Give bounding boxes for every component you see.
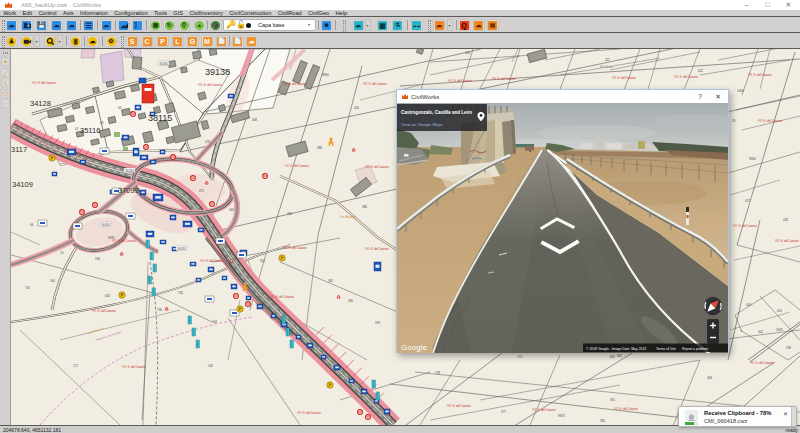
svg-text:N-630: N-630 <box>159 62 168 66</box>
svg-text:®O. G. del Catastro: ®O. G. del Catastro <box>614 407 638 411</box>
svg-text:386: 386 <box>317 146 322 150</box>
svg-text:®O. G. del Catastro: ®O. G. del Catastro <box>492 77 516 81</box>
svg-text:26: 26 <box>732 119 736 123</box>
svg-text:540: 540 <box>50 279 55 283</box>
svg-text:06: 06 <box>30 223 34 227</box>
svg-text:35116: 35116 <box>80 126 100 135</box>
svg-text:9923: 9923 <box>558 414 565 418</box>
svg-text:®O. G. del Catastro: ®O. G. del Catastro <box>363 82 387 86</box>
svg-text:01: 01 <box>75 127 79 131</box>
svg-text:470: 470 <box>205 140 210 144</box>
svg-text:E92: E92 <box>518 355 523 359</box>
svg-text:352: 352 <box>260 259 265 263</box>
svg-text:379: 379 <box>375 321 380 325</box>
svg-text:®O. G. del Catastro: ®O. G. del Catastro <box>92 309 116 313</box>
svg-text:9632: 9632 <box>108 236 115 240</box>
svg-text:®O. G. del Catastro: ®O. G. del Catastro <box>198 83 222 87</box>
svg-text:380: 380 <box>348 299 353 303</box>
svg-text:644: 644 <box>212 320 217 324</box>
svg-text:377: 377 <box>501 410 506 414</box>
svg-text:®O. G. del Catastro: ®O. G. del Catastro <box>200 259 224 263</box>
svg-text:484: 484 <box>707 376 712 380</box>
svg-text:®O. G. del Catastro: ®O. G. del Catastro <box>365 165 389 169</box>
svg-text:View on Google Maps: View on Google Maps <box>401 122 443 127</box>
svg-text:37099: 37099 <box>118 186 139 195</box>
svg-text:682: 682 <box>617 354 622 358</box>
svg-text:471: 471 <box>199 189 204 193</box>
svg-text:9934: 9934 <box>749 157 756 161</box>
svg-text:363: 363 <box>229 208 234 212</box>
svg-text:N-630: N-630 <box>177 247 186 251</box>
svg-text:421: 421 <box>605 58 610 62</box>
svg-text:®O. G. del Catastro: ®O. G. del Catastro <box>674 75 698 79</box>
svg-text:392: 392 <box>600 419 605 423</box>
svg-text:13: 13 <box>60 251 64 255</box>
svg-text:N-630: N-630 <box>101 223 110 227</box>
svg-text:728: 728 <box>435 371 440 375</box>
svg-text:Los Majuelos: Los Majuelos <box>340 215 357 219</box>
svg-text:1606: 1606 <box>737 89 744 93</box>
svg-text:®O. G. del Catastro: ®O. G. del Catastro <box>297 411 321 415</box>
svg-text:642: 642 <box>105 294 110 298</box>
svg-text:®O. G. del Catastro: ®O. G. del Catastro <box>285 164 309 168</box>
svg-text:®O. G. del Catastro: ®O. G. del Catastro <box>532 408 556 412</box>
svg-text:Terms of Use: Terms of Use <box>656 347 676 351</box>
svg-text:04: 04 <box>118 106 122 110</box>
svg-text:403: 403 <box>746 303 751 307</box>
svg-text:530: 530 <box>95 257 100 261</box>
svg-text:39138: 39138 <box>205 67 230 77</box>
svg-text:N-630: N-630 <box>125 169 134 173</box>
svg-text:419: 419 <box>465 51 470 55</box>
svg-text:®O. G. del Catastro: ®O. G. del Catastro <box>32 81 56 85</box>
svg-text:Castrogonzalo, Castille and Le: Castrogonzalo, Castille and León <box>401 110 472 115</box>
svg-text:03: 03 <box>100 121 104 125</box>
svg-text:692: 692 <box>610 355 615 359</box>
svg-text:428: 428 <box>783 218 788 222</box>
svg-text:®O. G. del Catastro: ®O. G. del Catastro <box>750 361 774 365</box>
svg-text:© 2018 Google - Image Date: Ma: © 2018 Google - Image Date: May 2013 <box>586 347 646 351</box>
svg-text:391: 391 <box>610 398 615 402</box>
svg-text:299: 299 <box>786 346 791 350</box>
svg-text:736: 736 <box>157 308 162 312</box>
svg-text:38115: 38115 <box>148 113 172 123</box>
svg-text:34109: 34109 <box>12 180 33 189</box>
svg-text:®O. G. del Catastro: ®O. G. del Catastro <box>112 239 136 243</box>
svg-text:9894: 9894 <box>322 73 329 77</box>
svg-text:34128: 34128 <box>30 99 51 108</box>
svg-text:®O. G. del Catastro: ®O. G. del Catastro <box>758 119 782 123</box>
svg-text:384: 384 <box>287 212 292 216</box>
svg-text:402: 402 <box>758 330 763 334</box>
svg-text:472: 472 <box>170 184 175 188</box>
svg-text:422: 422 <box>698 69 703 73</box>
svg-text:386: 386 <box>362 205 367 209</box>
svg-text:545: 545 <box>208 364 213 368</box>
svg-text:Google: Google <box>401 343 427 352</box>
svg-text:401: 401 <box>777 309 782 313</box>
svg-text:®O. G. del Catastro: ®O. G. del Catastro <box>122 365 146 369</box>
svg-text:®O. G. del Catastro: ®O. G. del Catastro <box>612 76 636 80</box>
svg-text:®O. G. del Catastro: ®O. G. del Catastro <box>283 82 307 86</box>
svg-text:®O. G. del Catastro: ®O. G. del Catastro <box>283 246 307 250</box>
svg-text:177: 177 <box>73 364 78 368</box>
svg-text:710: 710 <box>25 286 30 290</box>
svg-text:3117: 3117 <box>11 145 27 154</box>
svg-text:381: 381 <box>328 279 333 283</box>
svg-text:®O. G. del Catastro: ®O. G. del Catastro <box>447 404 471 408</box>
svg-text:®O. G. del Catastro: ®O. G. del Catastro <box>733 224 757 228</box>
svg-text:5343: 5343 <box>776 328 783 332</box>
svg-text:468: 468 <box>252 118 257 122</box>
svg-text:735: 735 <box>178 291 183 295</box>
svg-text:416: 416 <box>354 106 359 110</box>
svg-text:El Cabairo: El Cabairo <box>600 65 614 69</box>
svg-text:®O. G. del Catastro: ®O. G. del Catastro <box>748 73 772 77</box>
svg-text:®O. G. del Catastro: ®O. G. del Catastro <box>448 79 472 83</box>
svg-text:®O. G. del Catastro: ®O. G. del Catastro <box>775 239 799 243</box>
svg-text:427: 427 <box>745 199 750 203</box>
svg-text:Report a problem: Report a problem <box>682 347 708 351</box>
svg-text:®O. G. del Catastro: ®O. G. del Catastro <box>270 295 294 299</box>
svg-text:®O. G. del Catastro: ®O. G. del Catastro <box>365 247 389 251</box>
